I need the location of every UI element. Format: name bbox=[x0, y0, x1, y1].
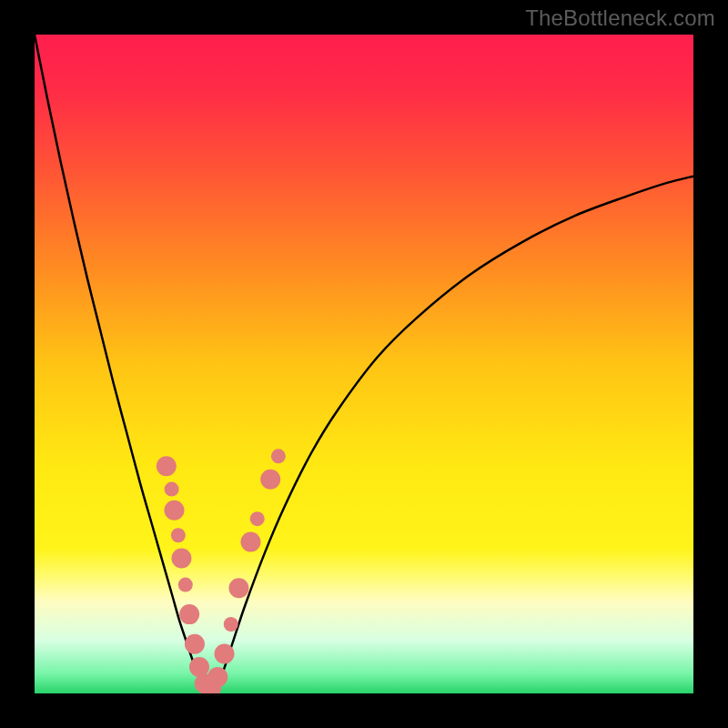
chart-frame: TheBottleneck.com bbox=[0, 0, 728, 728]
highlight-dot bbox=[228, 578, 248, 598]
highlight-dot bbox=[185, 634, 205, 654]
highlight-dot bbox=[271, 449, 286, 463]
highlight-dot bbox=[171, 549, 191, 569]
watermark-text: TheBottleneck.com bbox=[525, 5, 715, 31]
highlight-dot bbox=[165, 482, 179, 497]
highlight-dot bbox=[179, 604, 199, 624]
highlight-dot bbox=[157, 456, 177, 476]
highlight-dot bbox=[224, 617, 238, 632]
highlight-dot bbox=[207, 667, 228, 687]
highlight-dot bbox=[260, 470, 280, 490]
plot-area bbox=[35, 35, 693, 693]
highlight-dot bbox=[215, 644, 235, 664]
highlight-dot bbox=[250, 511, 265, 526]
highlight-dot bbox=[164, 500, 184, 521]
highlight-dot bbox=[171, 528, 186, 542]
highlight-dot bbox=[240, 531, 260, 551]
highlight-dot bbox=[178, 578, 193, 592]
gradient-background bbox=[35, 35, 693, 693]
chart-svg bbox=[35, 35, 693, 693]
